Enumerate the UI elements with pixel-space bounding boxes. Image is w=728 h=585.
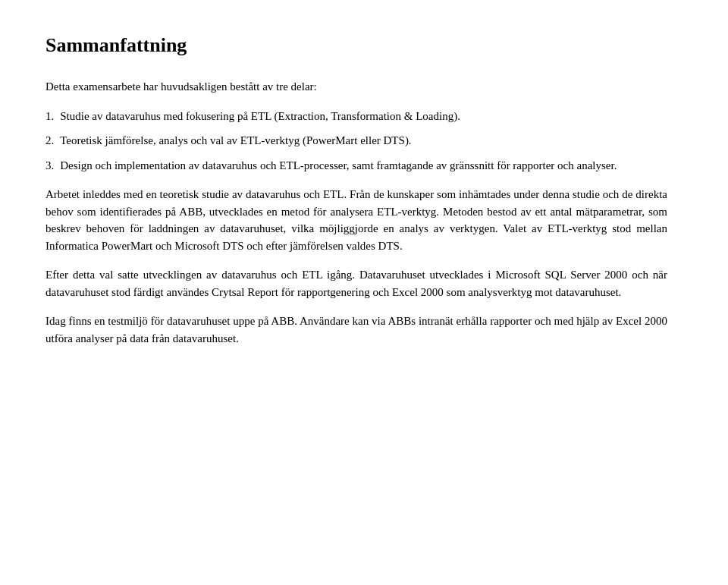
list-text-1: Studie av datavaruhus med fokusering på … xyxy=(60,110,460,122)
list-text-3: Design och implementation av datavaruhus… xyxy=(60,159,617,171)
list-number-1: 1. xyxy=(46,110,54,122)
list-number-3: 3. xyxy=(46,159,54,171)
list-item-1: 1.Studie av datavaruhus med fokusering p… xyxy=(46,108,667,125)
list-item-3: 3.Design och implementation av datavaruh… xyxy=(46,157,667,175)
page-title: Sammanfattning xyxy=(46,30,667,60)
list-text-2: Teoretisk jämförelse, analys och val av … xyxy=(60,134,411,146)
list-number-2: 2. xyxy=(46,134,54,146)
body-paragraph-2: Efter detta val satte utvecklingen av da… xyxy=(46,266,667,300)
intro-paragraph: Detta examensarbete har huvudsakligen be… xyxy=(46,78,667,96)
list-item-2: 2.Teoretisk jämförelse, analys och val a… xyxy=(46,132,667,149)
numbered-list: 1.Studie av datavaruhus med fokusering p… xyxy=(46,108,667,175)
body-paragraph-3: Idag finns en testmiljö för datavaruhuse… xyxy=(46,313,667,347)
body-paragraph-1: Arbetet inleddes med en teoretisk studie… xyxy=(46,186,667,254)
